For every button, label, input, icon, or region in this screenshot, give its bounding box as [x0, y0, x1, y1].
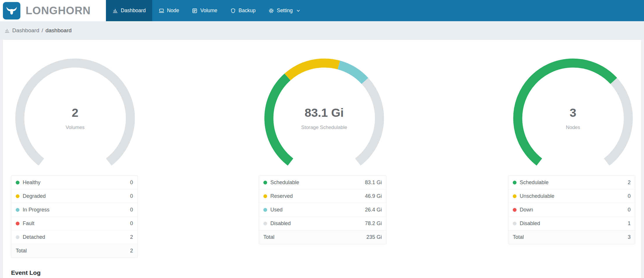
- breadcrumb-separator: /: [42, 27, 43, 34]
- legend-row-disabled: Disabled 78.2 Gi: [259, 217, 386, 230]
- legend-total-value: 3: [628, 234, 631, 240]
- legend-label: Reserved: [270, 193, 365, 199]
- nav-dashboard[interactable]: Dashboard: [106, 0, 152, 21]
- legend-row-healthy: Healthy 0: [11, 176, 137, 189]
- legend-label: Schedulable: [520, 180, 628, 186]
- legend-value: 2: [628, 180, 631, 186]
- legend-row-inprogress: In Progress 0: [11, 203, 137, 217]
- legend-value: 0: [130, 180, 133, 186]
- legend-value: 0: [130, 193, 133, 199]
- legend-value: 78.2 Gi: [365, 220, 382, 227]
- volume-icon: [192, 8, 198, 14]
- legend-total-value: 2: [130, 248, 133, 254]
- chevron-down-icon: [296, 9, 300, 13]
- legend-value: 0: [130, 220, 133, 227]
- brand-name: LONGHORN: [26, 5, 91, 17]
- legend-label: Degraded: [23, 193, 130, 199]
- status-dot: [513, 208, 517, 212]
- nav-volume-label: Volume: [200, 8, 217, 14]
- storage-gauge: 83.1 Gi Storage Schedulable: [263, 57, 385, 179]
- status-dot: [263, 222, 267, 225]
- backup-icon: [230, 8, 236, 14]
- nav-backup-label: Backup: [239, 8, 256, 14]
- legend-total-label: Total: [513, 234, 628, 240]
- status-dot: [16, 235, 19, 239]
- logo[interactable]: LONGHORN: [0, 0, 106, 21]
- legend-total-row: Total 235 Gi: [259, 230, 386, 244]
- legend-row-disabled: Disabled 1: [508, 217, 635, 230]
- nav-node-label: Node: [167, 8, 179, 14]
- event-log-title: Event Log: [11, 269, 41, 276]
- legend-row-detached: Detached 2: [11, 230, 137, 244]
- status-dot: [16, 181, 19, 184]
- legend-label: In Progress: [23, 207, 130, 213]
- setting-icon: [268, 8, 274, 14]
- storage-legend: Schedulable 83.1 Gi Reserved 46.9 Gi Use…: [259, 175, 386, 244]
- legend-row-schedulable: Schedulable 2: [508, 176, 635, 189]
- main-nav: Dashboard Node Volume Backup Setting: [106, 0, 307, 21]
- volumes-legend: Healthy 0 Degraded 0 In Progress 0 Fault…: [11, 175, 138, 258]
- longhorn-bull-icon: [3, 2, 20, 19]
- status-dot: [513, 222, 517, 225]
- legend-value: 2: [130, 234, 133, 240]
- legend-row-schedulable: Schedulable 83.1 Gi: [259, 176, 386, 189]
- legend-label: Down: [520, 207, 628, 213]
- legend-value: 0: [628, 193, 631, 199]
- top-navbar: LONGHORN Dashboard Node Volume Backup: [0, 0, 644, 21]
- nav-setting[interactable]: Setting: [262, 0, 306, 21]
- legend-value: 46.9 Gi: [365, 193, 382, 199]
- legend-value: 1: [628, 220, 631, 227]
- breadcrumb-current: dashboard: [45, 27, 72, 34]
- volumes-gauge: 2 Volumes: [14, 57, 136, 179]
- legend-row-reserved: Reserved 46.9 Gi: [259, 189, 386, 203]
- nav-dashboard-label: Dashboard: [121, 8, 146, 14]
- nav-backup[interactable]: Backup: [224, 0, 262, 21]
- legend-value: 0: [130, 207, 133, 213]
- chart-icon: [4, 28, 10, 33]
- legend-total-label: Total: [263, 234, 366, 240]
- legend-label: Disabled: [270, 220, 365, 227]
- legend-row-used: Used 26.4 Gi: [259, 203, 386, 217]
- legend-label: Fault: [23, 220, 130, 227]
- legend-total-value: 235 Gi: [366, 234, 382, 240]
- legend-label: Detached: [23, 234, 130, 240]
- status-dot: [513, 194, 517, 198]
- status-dot: [513, 181, 517, 184]
- legend-total-row: Total 2: [11, 244, 137, 258]
- nav-setting-label: Setting: [277, 8, 292, 14]
- legend-row-degraded: Degraded 0: [11, 189, 137, 203]
- dashboard-card: 2 Volumes 83.1 Gi Storage Schedulable 3 …: [3, 40, 641, 278]
- status-dot: [263, 208, 267, 212]
- breadcrumb-root[interactable]: Dashboard: [12, 27, 39, 34]
- legend-label: Schedulable: [270, 180, 365, 186]
- status-dot: [263, 194, 267, 198]
- legend-label: Unschedulable: [520, 193, 628, 199]
- legend-row-unschedulable: Unschedulable 0: [508, 189, 635, 203]
- nav-volume[interactable]: Volume: [185, 0, 223, 21]
- nodes-legend: Schedulable 2 Unschedulable 0 Down 0 Dis…: [508, 175, 635, 244]
- nodes-gauge: 3 Nodes: [512, 57, 634, 179]
- legend-label: Used: [270, 207, 365, 213]
- node-icon: [159, 8, 164, 14]
- status-dot: [263, 181, 267, 184]
- legend-label: Healthy: [23, 180, 130, 186]
- legend-value: 83.1 Gi: [365, 180, 382, 186]
- legend-value: 26.4 Gi: [365, 207, 382, 213]
- dashboard-icon: [112, 8, 118, 14]
- status-dot: [16, 208, 19, 212]
- legend-value: 0: [628, 207, 631, 213]
- legend-row-down: Down 0: [508, 203, 635, 217]
- nav-node[interactable]: Node: [152, 0, 186, 21]
- legend-total-label: Total: [16, 248, 130, 254]
- legend-row-fault: Fault 0: [11, 217, 137, 230]
- legend-total-row: Total 3: [508, 230, 635, 244]
- status-dot: [16, 194, 19, 198]
- status-dot: [16, 222, 19, 225]
- legend-label: Disabled: [520, 220, 628, 227]
- breadcrumb: Dashboard / dashboard: [0, 21, 644, 40]
